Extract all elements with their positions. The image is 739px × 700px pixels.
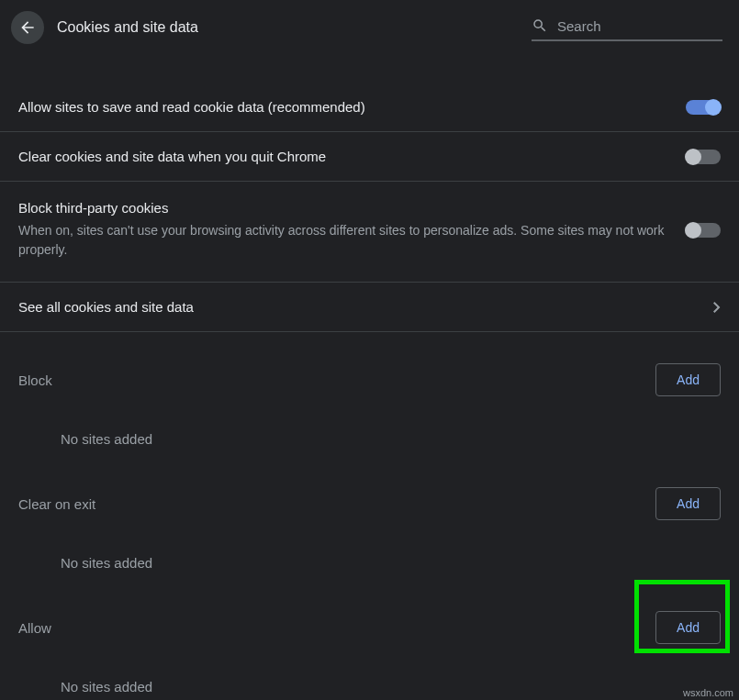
add-clear-exit-button[interactable]: Add xyxy=(655,487,721,520)
search-input[interactable] xyxy=(557,18,722,34)
setting-label: See all cookies and site data xyxy=(18,299,699,315)
setting-allow-sites: Allow sites to save and read cookie data… xyxy=(0,83,739,132)
chevron-right-icon xyxy=(713,302,721,313)
setting-description: When on, sites can't use your browsing a… xyxy=(18,221,671,260)
section-title: Allow xyxy=(18,620,655,636)
setting-label: Allow sites to save and read cookie data… xyxy=(18,99,671,115)
setting-label: Clear cookies and site data when you qui… xyxy=(18,149,671,164)
section-allow-header: Allow Add xyxy=(0,580,739,644)
section-block-header: Block Add xyxy=(0,332,739,396)
add-block-button[interactable]: Add xyxy=(655,363,721,396)
search-field[interactable] xyxy=(532,14,722,41)
section-clear-exit-header: Clear on exit Add xyxy=(0,456,739,520)
search-icon xyxy=(532,17,548,34)
toggle-knob xyxy=(685,149,701,165)
toggle-block-third-party[interactable] xyxy=(686,223,721,238)
section-title: Clear on exit xyxy=(18,496,655,512)
block-empty-text: No sites added xyxy=(0,396,739,456)
watermark: wsxdn.com xyxy=(683,687,733,698)
back-button[interactable] xyxy=(11,11,44,44)
add-allow-button[interactable]: Add xyxy=(655,611,721,644)
setting-label: Block third-party cookies xyxy=(18,200,671,216)
clear-exit-empty-text: No sites added xyxy=(0,520,739,580)
toggle-clear-on-quit[interactable] xyxy=(686,150,721,164)
toggle-allow-sites[interactable] xyxy=(686,100,721,115)
see-all-cookies-row[interactable]: See all cookies and site data xyxy=(0,283,739,332)
toggle-knob xyxy=(705,99,722,116)
setting-block-third-party: Block third-party cookies When on, sites… xyxy=(0,182,739,283)
toggle-knob xyxy=(685,222,701,239)
setting-clear-on-quit: Clear cookies and site data when you qui… xyxy=(0,132,739,182)
allow-empty-text: No sites added xyxy=(0,644,739,700)
arrow-left-icon xyxy=(18,18,37,37)
page-title: Cookies and site data xyxy=(57,19,519,36)
section-title: Block xyxy=(18,372,655,388)
